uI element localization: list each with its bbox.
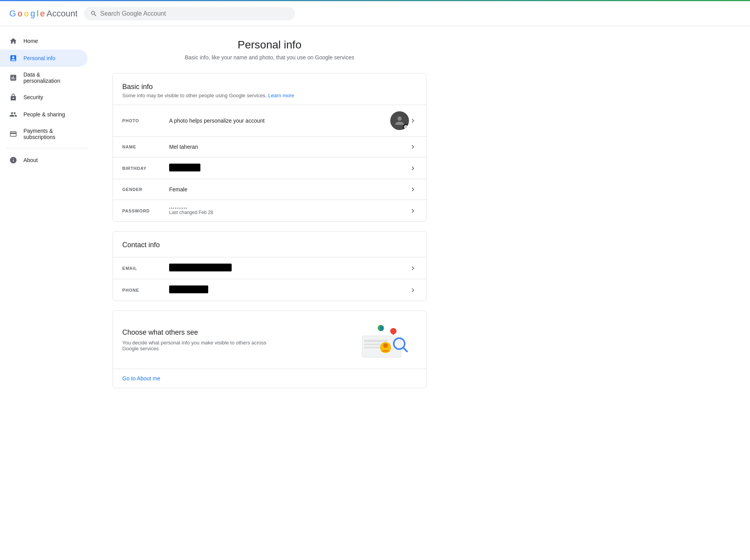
gender-row-chevron xyxy=(409,185,417,193)
birthday-redacted xyxy=(169,164,200,171)
search-bar[interactable] xyxy=(84,7,295,20)
basic-info-title: Basic info xyxy=(122,83,417,91)
phone-redacted xyxy=(169,285,208,293)
sidebar-item-data-label: Data & personalization xyxy=(23,71,78,84)
person-icon xyxy=(9,54,17,62)
sidebar-item-about[interactable]: About xyxy=(0,152,88,169)
birthday-value xyxy=(169,164,409,173)
sidebar-item-people-label: People & sharing xyxy=(23,111,65,118)
main-content: Personal info Basic info, like your name… xyxy=(94,26,445,560)
svg-line-8 xyxy=(403,348,407,351)
choose-card-text: Choose what others see You decide what p… xyxy=(122,328,279,351)
sidebar-item-payments[interactable]: Payments & subscriptions xyxy=(0,123,88,145)
name-row-chevron xyxy=(409,143,417,151)
choose-others-card: Choose what others see You decide what p… xyxy=(112,310,427,388)
gender-label: GENDER xyxy=(122,187,169,192)
contact-info-header: Contact info xyxy=(113,232,426,257)
data-icon xyxy=(9,74,17,82)
password-label: PASSWORD xyxy=(122,209,169,213)
phone-row[interactable]: PHONE xyxy=(113,279,426,301)
password-value: •••••••••• Last changed Feb 28 xyxy=(169,206,409,215)
svg-point-10 xyxy=(383,343,388,348)
basic-info-subtitle: Some info may be visible to other people… xyxy=(122,93,417,98)
sidebar-item-home[interactable]: Home xyxy=(0,32,88,50)
email-value xyxy=(169,264,409,273)
payment-icon xyxy=(9,130,17,138)
sidebar-item-home-label: Home xyxy=(23,38,38,44)
svg-text:👤: 👤 xyxy=(379,326,384,331)
learn-more-link[interactable]: Learn more xyxy=(268,93,294,98)
birthday-label: BIRTHDAY xyxy=(122,166,169,171)
password-dots: •••••••••• xyxy=(169,206,409,210)
nav-divider xyxy=(6,148,88,148)
photo-label: PHOTO xyxy=(122,118,169,123)
photo-row[interactable]: PHOTO A photo helps personalize your acc… xyxy=(113,105,426,136)
email-row[interactable]: EMAIL xyxy=(113,257,426,279)
photo-value: A photo helps personalize your account xyxy=(169,118,390,124)
lock-icon xyxy=(9,93,17,101)
phone-row-chevron xyxy=(409,286,417,294)
sidebar-item-personal-info[interactable]: Personal info xyxy=(0,50,88,67)
password-changed: Last changed Feb 28 xyxy=(169,210,409,215)
birthday-row[interactable]: BIRTHDAY xyxy=(113,157,426,179)
birthday-row-chevron xyxy=(409,164,417,172)
google-logo[interactable]: Google Account xyxy=(9,9,78,19)
contact-info-title: Contact info xyxy=(122,241,417,249)
name-label: NAME xyxy=(122,144,169,149)
people-icon xyxy=(9,111,17,118)
name-row[interactable]: NAME Mel taheran xyxy=(113,136,426,157)
choose-card-title: Choose what others see xyxy=(122,328,279,337)
go-to-about-me-link[interactable]: Go to About me xyxy=(113,369,426,388)
sidebar: Home Personal info Data & personalizatio… xyxy=(0,26,94,560)
top-bar: Google Account xyxy=(0,1,750,26)
svg-rect-1 xyxy=(364,340,388,342)
choose-illustration: 👤 xyxy=(354,320,417,359)
basic-info-card: Basic info Some info may be visible to o… xyxy=(112,73,427,222)
sidebar-item-payments-label: Payments & subscriptions xyxy=(23,128,78,140)
page-layout: Home Personal info Data & personalizatio… xyxy=(0,26,750,560)
phone-value xyxy=(169,285,409,294)
page-title: Personal info xyxy=(112,39,427,51)
sidebar-item-personal-info-label: Personal info xyxy=(23,55,55,61)
sidebar-item-data-personalization[interactable]: Data & personalization xyxy=(0,67,88,89)
name-value: Mel taheran xyxy=(169,144,409,150)
basic-info-header: Basic info Some info may be visible to o… xyxy=(113,73,426,105)
account-text: Account xyxy=(46,9,78,19)
sidebar-item-about-label: About xyxy=(23,157,38,163)
gender-row[interactable]: GENDER Female xyxy=(113,179,426,200)
photo-row-chevron xyxy=(409,117,417,125)
choose-card-body: Choose what others see You decide what p… xyxy=(113,311,426,369)
email-redacted xyxy=(169,264,232,271)
password-row-chevron xyxy=(409,207,417,215)
svg-rect-2 xyxy=(364,344,382,345)
phone-label: PHONE xyxy=(122,288,169,292)
sidebar-item-security[interactable]: Security xyxy=(0,89,88,106)
info-icon xyxy=(9,156,17,164)
camera-overlay-icon xyxy=(403,124,409,130)
sidebar-item-people-sharing[interactable]: People & sharing xyxy=(0,106,88,123)
sidebar-item-security-label: Security xyxy=(23,94,43,100)
password-row[interactable]: PASSWORD •••••••••• Last changed Feb 28 xyxy=(113,200,426,221)
choose-card-desc: You decide what personal info you make v… xyxy=(122,340,279,351)
gender-value: Female xyxy=(169,186,409,193)
page-subtitle: Basic info, like your name and photo, th… xyxy=(112,54,427,61)
contact-info-card: Contact info EMAIL PHONE xyxy=(112,231,427,301)
search-input[interactable] xyxy=(100,10,289,17)
home-icon xyxy=(9,37,17,45)
search-icon xyxy=(90,10,97,17)
email-row-chevron xyxy=(409,264,417,272)
avatar xyxy=(390,111,409,130)
email-label: EMAIL xyxy=(122,266,169,271)
